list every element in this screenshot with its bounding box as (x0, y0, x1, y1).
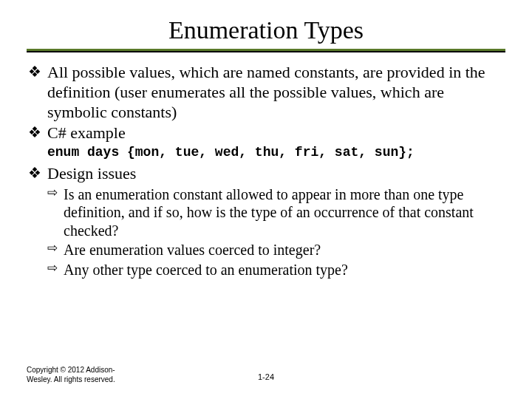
slide: Enumeration Types All possible values, w… (0, 0, 532, 399)
page-title: Enumeration Types (27, 16, 505, 44)
sub-bullet-item: Any other type coerced to an enumeration… (27, 261, 505, 279)
page-number: 1-24 (258, 372, 274, 381)
sub-bullet-item: Are enumeration values coerced to intege… (27, 241, 505, 259)
sub-bullet-text: Are enumeration values coerced to intege… (64, 242, 321, 258)
bullet-item: All possible values, which are named con… (27, 63, 505, 122)
code-line: enum days {mon, tue, wed, thu, fri, sat,… (27, 145, 505, 161)
bullet-text: Design issues (47, 164, 136, 183)
bullet-item: C# example (27, 123, 505, 143)
copyright-footer: Copyright © 2012 Addison-Wesley. All rig… (27, 366, 130, 384)
bullet-text: All possible values, which are named con… (47, 63, 485, 121)
sub-bullet-text: Any other type coerced to an enumeration… (64, 262, 348, 278)
bullet-item: Design issues (27, 164, 505, 184)
title-rule (27, 49, 505, 52)
content-area: All possible values, which are named con… (27, 63, 505, 279)
bullet-text: C# example (47, 123, 126, 142)
sub-bullet-item: Is an enumeration constant allowed to ap… (27, 185, 505, 239)
sub-bullet-text: Is an enumeration constant allowed to ap… (64, 186, 474, 239)
